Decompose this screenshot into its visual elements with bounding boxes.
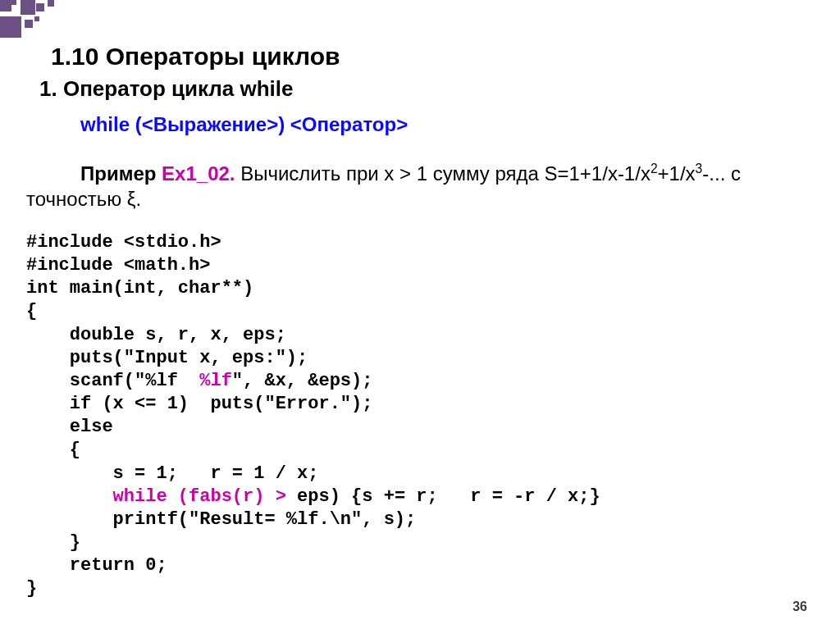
code-line-7a: scanf("%lf — [26, 371, 199, 391]
example-label: Ex1_02. — [162, 162, 235, 185]
slide-subheading: 1. Оператор цикла while — [39, 76, 294, 102]
example-description: Пример Ex1_02. Вычислить при x > 1 сумму… — [26, 161, 807, 212]
slide-heading: 1.10 Операторы циклов — [51, 43, 340, 71]
code-line-13: printf("Result= %lf.\n", s); — [26, 509, 416, 530]
page-number: 36 — [792, 599, 807, 614]
code-line-7b: %lf — [199, 371, 232, 391]
code-line-11: s = 1; r = 1 / x; — [26, 463, 318, 484]
while-syntax: while (<Выражение>) <Оператор> — [80, 113, 408, 136]
code-line-10: { — [26, 440, 80, 460]
code-line-8: if (x <= 1) puts("Error."); — [26, 394, 372, 414]
example-text-2: +1/x — [658, 162, 696, 185]
example-text-1: Вычислить при x > 1 сумму ряда S=1+1/x-1… — [235, 162, 651, 185]
code-line-9: else — [26, 417, 113, 437]
code-line-12a: while (fabs(r) > — [26, 486, 297, 507]
code-line-12b: eps) {s += r; r = -r / x;} — [297, 486, 600, 507]
example-prefix: Пример — [80, 162, 162, 185]
code-line-2: #include <math.h> — [26, 255, 210, 276]
code-line-1: #include <stdio.h> — [26, 232, 221, 253]
code-line-14: } — [26, 532, 80, 553]
code-line-5: double s, r, x, eps; — [26, 325, 286, 345]
code-line-6: puts("Input x, eps:"); — [26, 348, 308, 368]
superscript-3: 3 — [696, 162, 703, 175]
code-line-16: } — [26, 578, 37, 599]
corner-decoration — [0, 0, 66, 45]
code-block: #include <stdio.h> #include <math.h> int… — [26, 231, 600, 601]
code-line-4: { — [26, 301, 37, 321]
code-line-3: int main(int, char**) — [26, 278, 253, 299]
code-line-15: return 0; — [26, 555, 167, 576]
superscript-2: 2 — [651, 162, 658, 175]
code-line-7c: ", &x, &eps); — [232, 371, 373, 391]
